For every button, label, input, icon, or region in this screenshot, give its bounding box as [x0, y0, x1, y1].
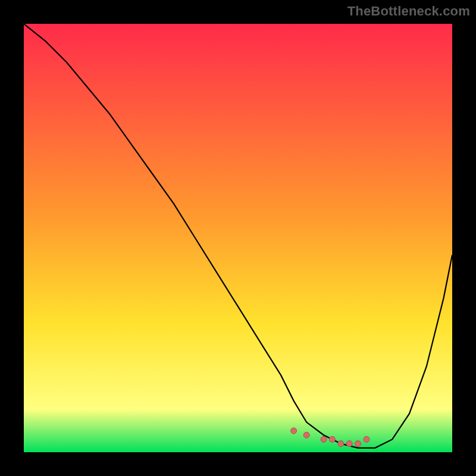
- optimal-marker: [364, 436, 369, 442]
- chart-frame: TheBottleneck.com: [0, 0, 476, 476]
- optimal-marker: [355, 441, 361, 447]
- optimal-marker: [321, 436, 327, 442]
- watermark-text: TheBottleneck.com: [347, 4, 470, 19]
- optimal-marker: [338, 441, 344, 447]
- bottleneck-chart: [24, 24, 452, 452]
- plot-area: [24, 24, 452, 452]
- optimal-marker: [329, 436, 335, 442]
- optimal-marker: [346, 441, 352, 447]
- optimal-marker: [303, 432, 309, 438]
- optimal-marker: [291, 428, 297, 434]
